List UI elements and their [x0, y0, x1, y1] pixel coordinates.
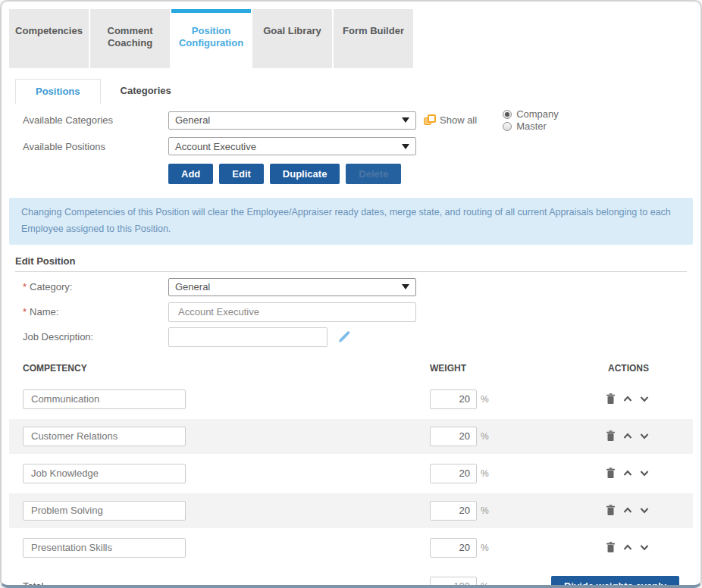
move-up-icon[interactable]	[623, 396, 632, 402]
available-positions-label: Available Positions	[23, 141, 168, 152]
move-up-icon[interactable]	[623, 507, 632, 514]
show-all-button[interactable]: Show all	[424, 114, 477, 127]
competency-column-header: COMPETENCY	[23, 363, 430, 374]
radio-master[interactable]: Master	[503, 120, 559, 132]
tab-goal-library[interactable]: Goal Library	[252, 9, 332, 68]
delete-row-icon[interactable]	[606, 542, 616, 553]
available-categories-label: Available Categories	[23, 114, 168, 126]
category-label-text: Category:	[30, 281, 72, 292]
move-down-icon[interactable]	[640, 396, 649, 402]
percent-sign: %	[481, 394, 489, 405]
competency-name-input[interactable]	[23, 389, 186, 409]
competency-row: %	[9, 456, 693, 491]
edit-position-button[interactable]: Edit	[219, 164, 264, 184]
move-down-icon[interactable]	[640, 433, 649, 439]
move-down-icon[interactable]	[640, 507, 649, 514]
job-description-label: Job Description:	[23, 331, 168, 342]
delete-position-button: Delete	[346, 164, 401, 184]
position-configuration-page: Competencies Comment Coaching Position C…	[0, 0, 702, 588]
job-description-label-text: Job Description:	[23, 331, 93, 342]
weight-input[interactable]	[430, 427, 477, 446]
radio-company-label: Company	[516, 108, 559, 120]
move-up-icon[interactable]	[623, 470, 632, 477]
name-label: * Name:	[23, 306, 168, 317]
position-actions-row: Add Edit Duplicate Delete	[168, 164, 700, 184]
edit-position-heading: Edit Position	[15, 255, 687, 272]
delete-row-icon[interactable]	[606, 430, 616, 442]
competency-row: %	[9, 382, 693, 417]
tab-label: Comment Coaching	[108, 25, 153, 48]
row-actions	[606, 393, 649, 405]
competency-row: %	[9, 419, 693, 454]
name-field-row: * Name:	[23, 302, 700, 322]
weight-column-header: WEIGHT	[430, 363, 551, 374]
radio-master-label: Master	[516, 120, 547, 132]
competency-name-input[interactable]	[23, 464, 186, 483]
competency-row: %	[9, 530, 693, 565]
move-up-icon[interactable]	[623, 433, 632, 439]
available-categories-row: Available Categories General Show all Co…	[23, 108, 700, 132]
warning-banner: Changing Competencies of this Position w…	[9, 198, 693, 245]
move-down-icon[interactable]	[640, 544, 649, 551]
weight-input[interactable]	[430, 464, 477, 483]
percent-sign: %	[481, 431, 489, 442]
show-all-icon	[424, 114, 436, 127]
percent-sign: %	[481, 505, 489, 516]
percent-sign: %	[481, 468, 489, 479]
category-field-row: * Category: General	[23, 277, 700, 297]
add-position-button[interactable]: Add	[168, 164, 213, 184]
delete-row-icon[interactable]	[606, 505, 616, 516]
available-positions-value: Account Executive	[175, 141, 256, 152]
tab-comment-coaching[interactable]: Comment Coaching	[90, 9, 170, 68]
percent-sign: %	[481, 543, 489, 553]
available-positions-row: Available Positions Account Executive	[23, 136, 700, 156]
tab-label: Goal Library	[263, 25, 321, 36]
percent-sign: %	[481, 581, 489, 588]
scope-radio-group: Company Master	[503, 108, 559, 132]
tab-form-builder[interactable]: Form Builder	[334, 9, 413, 68]
move-down-icon[interactable]	[640, 470, 649, 477]
competency-row: %	[9, 493, 693, 528]
move-up-icon[interactable]	[623, 544, 632, 551]
divide-weights-evenly-button[interactable]: Divide weights evenly	[551, 576, 679, 588]
subtab-positions[interactable]: Positions	[15, 79, 101, 104]
total-weight-input	[430, 577, 477, 588]
job-description-input[interactable]	[168, 327, 327, 347]
weight-input[interactable]	[430, 538, 477, 558]
total-label: Total	[23, 580, 430, 588]
edit-pencil-icon[interactable]	[337, 330, 352, 345]
competency-name-input[interactable]	[23, 538, 186, 558]
delete-row-icon[interactable]	[606, 393, 616, 405]
tab-competencies[interactable]: Competencies	[9, 9, 89, 68]
tab-label: Form Builder	[343, 25, 404, 36]
radio-company-icon	[503, 110, 512, 119]
dropdown-arrow-icon	[402, 284, 409, 289]
tab-label: Competencies	[15, 25, 83, 36]
name-label-text: Name:	[30, 306, 58, 317]
category-select[interactable]: General	[168, 278, 416, 296]
row-actions	[606, 542, 649, 553]
row-actions	[606, 505, 649, 516]
weight-input[interactable]	[430, 389, 477, 409]
available-positions-select[interactable]: Account Executive	[168, 137, 416, 155]
row-actions	[606, 468, 649, 479]
radio-company[interactable]: Company	[503, 108, 559, 120]
row-actions	[606, 430, 649, 442]
dropdown-arrow-icon	[402, 144, 409, 149]
show-all-label: Show all	[440, 114, 477, 126]
sub-tab-bar: Positions Categories	[15, 79, 700, 104]
required-marker: *	[23, 306, 27, 317]
total-row: Total % Divide weights evenly	[9, 573, 693, 588]
tab-position-configuration[interactable]: Position Configuration	[171, 9, 251, 68]
competency-name-input[interactable]	[23, 501, 186, 521]
subtab-categories[interactable]: Categories	[101, 79, 191, 104]
duplicate-position-button[interactable]: Duplicate	[270, 164, 340, 184]
competency-table-header: COMPETENCY WEIGHT ACTIONS	[9, 359, 693, 377]
name-input[interactable]	[168, 302, 416, 322]
delete-row-icon[interactable]	[606, 468, 616, 479]
tab-label: Position Configuration	[179, 25, 243, 48]
category-value: General	[175, 281, 210, 292]
available-categories-select[interactable]: General	[168, 111, 416, 130]
competency-name-input[interactable]	[23, 427, 186, 446]
weight-input[interactable]	[430, 501, 477, 521]
